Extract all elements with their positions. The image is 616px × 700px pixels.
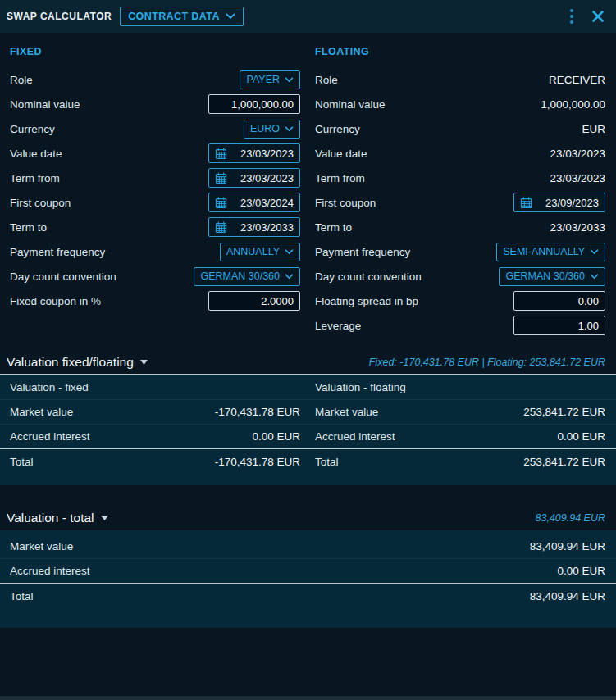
payment-frequency-dropdown[interactable]: SEMI-ANNUALLY	[496, 243, 605, 261]
field-label: Term to	[10, 221, 47, 234]
row-label: Accrued interest	[10, 565, 90, 577]
field-label: Currency	[10, 123, 55, 135]
role-dropdown[interactable]: PAYER	[240, 70, 300, 89]
field-label: Term from	[315, 172, 365, 184]
value-date-value: 23/03/2023	[550, 148, 605, 160]
valuation-floating-header: Valuation - floating	[315, 381, 406, 393]
term-from-datepicker[interactable]: 23/03/2023	[208, 168, 300, 188]
row-label: Market value	[315, 406, 378, 418]
calendar-icon	[215, 148, 227, 160]
currency-dropdown[interactable]: EURO	[244, 120, 300, 139]
day-count-convention-dropdown[interactable]: GERMAN 30/360	[499, 267, 605, 286]
chevron-down-icon	[590, 274, 599, 280]
row-value: 0.00 EUR	[252, 430, 300, 443]
field-row-payment-frequency: Payment frequency ANNUALLY	[10, 239, 300, 264]
first-coupon-datepicker[interactable]: 23/03/2024	[208, 193, 300, 212]
total-band: Total -170,431.78 EUR Total 253,841.72 E…	[0, 449, 616, 474]
caret-down-icon	[140, 360, 148, 365]
field-row-floating-spread: Floating spread in bp	[315, 289, 605, 313]
chevron-down-icon	[590, 249, 599, 255]
total-label: Total	[10, 590, 34, 602]
field-label: Nominal value	[315, 98, 386, 111]
window-title: SWAP CALCULATOR	[7, 11, 112, 22]
leverage-input[interactable]	[513, 316, 605, 335]
contract-data-dropdown-value: CONTRACT DATA	[128, 11, 220, 22]
calendar-icon	[215, 221, 227, 234]
valuation-fixed-floating-panel: Valuation - fixed Valuation - floating M…	[0, 375, 616, 485]
valuation-fixed-floating-toggle[interactable]: Valuation fixed/floating	[7, 355, 148, 370]
row-label: Market value	[10, 540, 73, 552]
field-label: First coupon	[315, 197, 376, 209]
kebab-menu-icon[interactable]	[567, 7, 577, 25]
field-row-currency: Currency EUR	[315, 116, 605, 141]
chevron-down-icon	[285, 249, 294, 255]
fixed-coupon-input[interactable]	[208, 291, 300, 311]
field-label: Day count convention	[315, 270, 422, 283]
day-count-convention-dropdown[interactable]: GERMAN 30/360	[194, 267, 300, 286]
nominal-value-input[interactable]	[208, 94, 300, 114]
valuation-header-band: Valuation - fixed Valuation - floating	[0, 375, 616, 399]
valuation-total-header: Valuation - total 83,409.94 EUR	[0, 507, 616, 530]
day-count-dropdown-value: GERMAN 30/360	[200, 270, 280, 282]
value-date-datepicker[interactable]: 23/03/2023	[208, 143, 300, 163]
accrued-interest-band: Accrued interest 0.00 EUR Accrued intere…	[0, 424, 616, 448]
row-label: Accrued interest	[315, 430, 395, 443]
close-icon[interactable]	[591, 10, 605, 23]
field-row-first-coupon: First coupon 23/03/2024	[10, 190, 300, 215]
caret-down-icon	[101, 516, 108, 520]
total-label: Total	[315, 456, 339, 468]
field-label: Payment frequency	[315, 246, 410, 258]
field-row-currency: Currency EURO	[10, 116, 300, 141]
valuation-total-toggle[interactable]: Valuation - total	[7, 511, 108, 525]
field-label: First coupon	[10, 197, 71, 209]
field-row-payment-frequency: Payment frequency SEMI-ANNUALLY	[315, 239, 605, 264]
row-value: -170,431.78 EUR	[215, 406, 300, 418]
field-row-fixed-coupon: Fixed coupon in %	[10, 289, 300, 313]
valuation-fixed-floating-header: Valuation fixed/floating Fixed: -170,431…	[0, 351, 616, 374]
field-row-role: Role RECEIVER	[315, 67, 605, 92]
payment-frequency-dropdown[interactable]: ANNUALLY	[220, 243, 300, 261]
field-row-leverage: Leverage	[315, 313, 605, 338]
date-value: 23/03/2024	[232, 197, 294, 209]
field-label: Currency	[315, 123, 360, 135]
field-row-term-to: Term to 23/03/2033	[10, 215, 300, 239]
payment-frequency-dropdown-value: ANNUALLY	[226, 246, 280, 257]
field-row-day-count: Day count convention GERMAN 30/360	[10, 264, 300, 289]
role-dropdown-value: PAYER	[246, 74, 280, 85]
first-coupon-datepicker[interactable]: 23/09/2023	[513, 193, 605, 212]
title-bar: SWAP CALCULATOR CONTRACT DATA	[0, 0, 616, 33]
contract-data-dropdown[interactable]: CONTRACT DATA	[120, 7, 244, 26]
valuation-fixed-header: Valuation - fixed	[10, 381, 89, 393]
section-title-fixed: FIXED	[10, 46, 300, 64]
date-value: 23/03/2023	[232, 172, 294, 184]
field-row-nominal-value: Nominal value 1,000,000.00	[315, 92, 605, 116]
field-label: Term from	[10, 172, 60, 184]
field-label: Role	[10, 74, 33, 86]
row-label: Market value	[10, 406, 73, 418]
window-bottom-edge	[0, 696, 616, 700]
term-to-value: 23/03/2033	[550, 221, 605, 234]
section-title-floating: FLOATING	[315, 46, 605, 64]
field-label: Leverage	[315, 320, 361, 332]
total-value: -170,431.78 EUR	[215, 456, 300, 468]
calendar-icon	[215, 172, 227, 184]
row-value: 0.00 EUR	[557, 430, 605, 443]
field-label: Value date	[10, 148, 62, 160]
field-row-day-count: Day count convention GERMAN 30/360	[315, 264, 605, 289]
floating-spread-input[interactable]	[513, 291, 605, 311]
field-label: Nominal value	[10, 98, 80, 111]
total-value: 83,409.94 EUR	[530, 590, 605, 602]
row-value: 83,409.94 EUR	[530, 540, 605, 552]
market-value-band: Market value -170,431.78 EUR Market valu…	[0, 399, 616, 424]
term-to-datepicker[interactable]: 23/03/2033	[208, 217, 300, 237]
role-value: RECEIVER	[549, 74, 605, 86]
floating-column: FLOATING Role RECEIVER Nominal value 1,0…	[315, 46, 605, 338]
term-from-value: 23/03/2023	[550, 172, 605, 184]
accrued-interest-band: Accrued interest 0.00 EUR	[0, 558, 616, 583]
field-row-value-date: Value date 23/03/2023	[315, 141, 605, 166]
date-value: 23/03/2033	[232, 221, 294, 234]
chevron-down-icon	[226, 13, 235, 20]
valuation-summary: Fixed: -170,431.78 EUR | Floating: 253,8…	[369, 357, 605, 368]
field-label: Fixed coupon in %	[10, 295, 101, 307]
field-label: Value date	[315, 148, 367, 160]
